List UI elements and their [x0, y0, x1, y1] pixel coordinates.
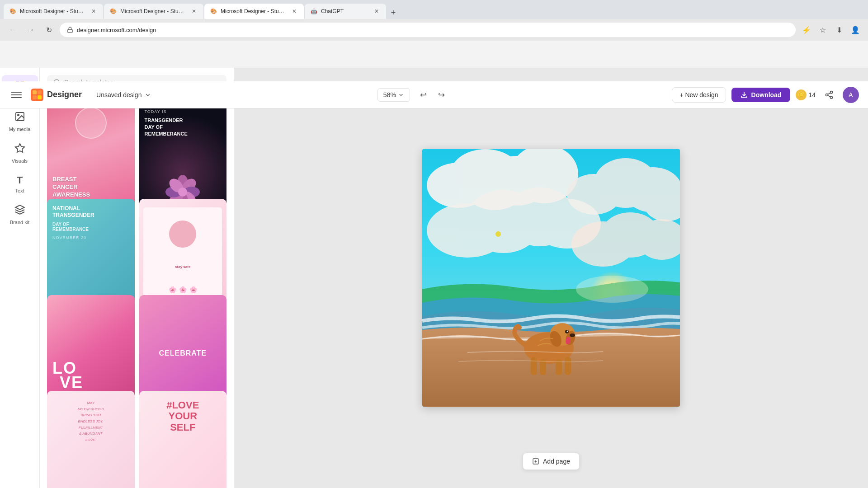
sidebar: Templates My media Visuals T Text: [0, 68, 40, 488]
svg-point-52: [570, 333, 575, 337]
visuals-icon: [14, 143, 25, 156]
card6-text: CELEBRATE: [139, 349, 227, 357]
tab-4-title: ChatGPT: [321, 8, 369, 14]
tab-3-favicon: 🎨: [210, 8, 217, 15]
undo-button[interactable]: ↩: [415, 87, 432, 103]
canvas-image[interactable]: [422, 149, 680, 407]
card1-ribbon: [75, 107, 107, 139]
svg-rect-5: [38, 95, 42, 99]
back-button[interactable]: ←: [5, 23, 20, 37]
add-page-icon: [532, 458, 539, 465]
profile-button[interactable]: 👤: [848, 23, 863, 37]
sidebar-item-visuals[interactable]: Visuals: [2, 138, 38, 168]
svg-point-9: [830, 96, 833, 99]
card3-text: NATIONALTRANSGENDER DAY OFREMEMBRANCE NO…: [52, 205, 129, 240]
share-button[interactable]: [821, 87, 837, 103]
canvas-artwork: [422, 149, 680, 407]
download-icon: [741, 91, 748, 99]
template-card-7[interactable]: MAYMOTHERHOODBRING YOUENDLESS JOY,FULFIL…: [47, 391, 135, 488]
tab-bar: 🎨 Microsoft Designer - Stunning ✕ 🎨 Micr…: [0, 0, 868, 19]
templates-grid: BREASTCANCERAWARENESSMONTH OCTOBER TODAY…: [40, 97, 234, 488]
app-top-bar: Designer Unsaved design 58% ↩ ↪ + New de…: [0, 81, 868, 108]
url-bar[interactable]: designer.microsoft.com/design: [60, 23, 796, 37]
svg-rect-1: [31, 89, 43, 101]
address-actions: ⚡ ☆ ⬇ 👤: [799, 23, 863, 37]
card7-text: MAYMOTHERHOODBRING YOUENDLESS JOY,FULFIL…: [52, 400, 129, 443]
svg-rect-0: [68, 29, 73, 32]
canvas-area: Add page: [234, 68, 868, 488]
card4-img: [169, 221, 196, 248]
svg-point-54: [567, 331, 568, 332]
designer-logo: Designer: [31, 89, 82, 101]
zoom-chevron-icon: [398, 92, 404, 98]
sidebar-item-brand[interactable]: Brand kit: [2, 200, 38, 230]
sidebar-item-text[interactable]: T Text: [2, 170, 38, 198]
svg-point-29: [178, 188, 187, 197]
add-page-label: Add page: [543, 458, 570, 465]
tab-2-close[interactable]: ✕: [190, 7, 198, 15]
svg-rect-55: [531, 357, 537, 375]
tab-3[interactable]: 🎨 Microsoft Designer - Stunning ✕: [204, 4, 304, 19]
tab-1-close[interactable]: ✕: [90, 7, 98, 15]
svg-rect-2: [33, 90, 37, 94]
card4-flowers: 🌸🌸🌸: [169, 286, 197, 293]
new-tab-button[interactable]: +: [387, 6, 400, 19]
new-design-button[interactable]: + New design: [672, 87, 726, 103]
card8-text: #LOVEYOURSELF: [145, 400, 222, 433]
tab-2[interactable]: 🎨 Microsoft Designer - Stunning ✕: [104, 4, 203, 19]
svg-point-7: [830, 91, 833, 93]
templates-panel: BREASTCANCERAWARENESSMONTH OCTOBER TODAY…: [40, 68, 234, 488]
reload-button[interactable]: ↻: [42, 23, 56, 37]
hamburger-menu[interactable]: [9, 88, 24, 102]
svg-point-8: [826, 94, 828, 96]
tab-1-title: Microsoft Designer - Stunning: [20, 8, 86, 14]
url-text: designer.microsoft.com/design: [77, 27, 788, 33]
tab-2-favicon: 🎨: [109, 8, 117, 15]
downloads-button[interactable]: ⬇: [832, 23, 846, 37]
svg-rect-3: [38, 90, 42, 94]
card4-label: stay safe: [175, 265, 190, 269]
canvas-container: [422, 149, 680, 407]
my-media-icon: [14, 111, 25, 125]
card2-text: TODAY IS TRANSGENDERDAY OFREMEMBERANCE: [145, 109, 222, 138]
user-avatar[interactable]: A: [843, 87, 859, 103]
forward-button[interactable]: →: [24, 23, 38, 37]
sidebar-brand-label: Brand kit: [10, 220, 29, 225]
tab-1[interactable]: 🎨 Microsoft Designer - Stunning ✕: [4, 4, 103, 19]
tab-4-favicon: 🤖: [310, 8, 317, 15]
design-name-label[interactable]: Unsaved design: [93, 89, 155, 100]
svg-rect-4: [33, 95, 37, 99]
browser-chrome: 🎨 Microsoft Designer - Stunning ✕ 🎨 Micr…: [0, 0, 868, 41]
template-card-8[interactable]: #LOVEYOURSELF: [139, 391, 227, 488]
svg-point-47: [571, 221, 635, 267]
svg-line-11: [828, 93, 830, 94]
svg-rect-58: [565, 357, 571, 375]
lock-icon: [67, 27, 73, 33]
coins-badge: 🪙 14: [796, 89, 816, 100]
tab-4-close[interactable]: ✕: [373, 7, 381, 15]
zoom-control[interactable]: 58%: [377, 88, 410, 102]
designer-logo-icon: [31, 89, 43, 101]
tab-2-title: Microsoft Designer - Stunning: [120, 8, 186, 14]
redo-button[interactable]: ↪: [434, 87, 450, 103]
address-bar: ← → ↻ designer.microsoft.com/design ⚡ ☆ …: [0, 19, 868, 41]
coin-icon: 🪙: [796, 89, 807, 100]
favorites-button[interactable]: ☆: [816, 23, 830, 37]
sidebar-text-label: Text: [15, 188, 24, 193]
sidebar-item-my-media[interactable]: My media: [2, 107, 38, 136]
svg-line-10: [828, 95, 830, 97]
tab-3-close[interactable]: ✕: [290, 7, 298, 15]
top-bar-center: 58% ↩ ↪: [162, 87, 665, 103]
top-bar-right: + New design Download 🪙 14: [672, 87, 859, 103]
designer-logo-text: Designer: [47, 90, 82, 99]
add-page-button[interactable]: Add page: [523, 453, 580, 470]
svg-point-59: [576, 276, 648, 303]
svg-point-17: [18, 114, 19, 116]
undo-redo-group: ↩ ↪: [415, 87, 450, 103]
celebrate-text: CELEBRATE: [139, 349, 227, 357]
tab-4[interactable]: 🤖 ChatGPT ✕: [305, 4, 386, 19]
download-button[interactable]: Download: [731, 88, 791, 102]
extensions-button[interactable]: ⚡: [799, 23, 814, 37]
text-icon: T: [17, 174, 23, 186]
chevron-down-icon: [144, 91, 151, 99]
